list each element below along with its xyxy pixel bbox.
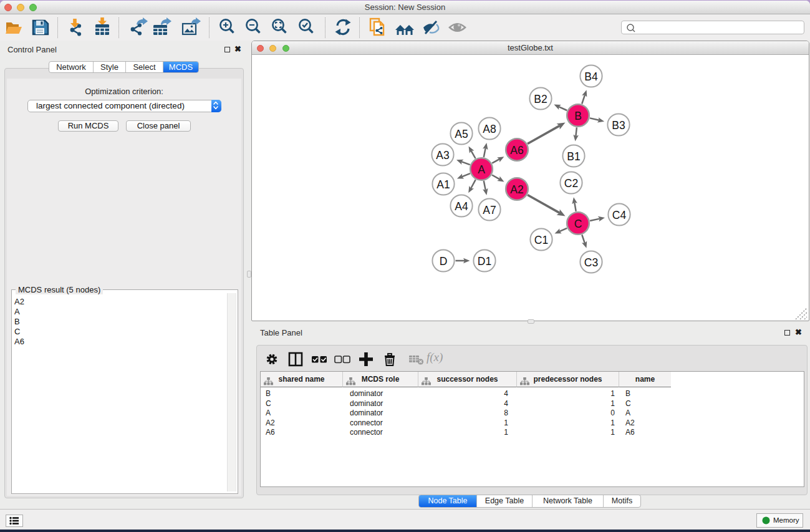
svg-text:A4: A4	[455, 200, 468, 213]
svg-text:A1: A1	[436, 178, 450, 191]
svg-text:A5: A5	[455, 128, 468, 140]
svg-text:C1: C1	[534, 234, 548, 246]
svg-text:A2: A2	[510, 183, 523, 196]
svg-text:B4: B4	[584, 70, 598, 83]
svg-text:B: B	[574, 110, 582, 122]
svg-text:A7: A7	[483, 204, 496, 216]
svg-text:C: C	[574, 218, 582, 230]
svg-text:C3: C3	[584, 256, 598, 269]
svg-text:C2: C2	[564, 177, 578, 190]
svg-text:B3: B3	[612, 119, 625, 132]
svg-text:A6: A6	[510, 144, 523, 157]
svg-text:A8: A8	[483, 123, 496, 135]
svg-text:D: D	[440, 255, 448, 268]
svg-text:C4: C4	[612, 209, 627, 221]
svg-text:A: A	[478, 163, 485, 176]
svg-text:B2: B2	[534, 93, 547, 105]
svg-text:D1: D1	[478, 255, 491, 268]
svg-text:B1: B1	[567, 150, 580, 163]
svg-text:A3: A3	[436, 149, 449, 162]
